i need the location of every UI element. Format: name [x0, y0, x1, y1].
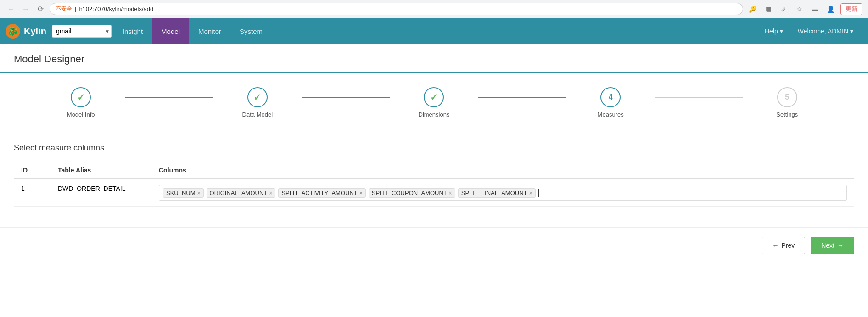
address-bar[interactable]: 不安全 | h102:7070/kylin/models/add — [50, 3, 743, 15]
column-tag-container[interactable]: SKU_NUM × ORIGINAL_AMOUNT × SPLIT_ACTIVI… — [159, 185, 847, 201]
step-2-circle: ✓ — [247, 87, 268, 107]
step-line-1-2 — [125, 97, 213, 98]
col-header-alias: Table Alias — [50, 162, 151, 179]
welcome-chevron: ▾ — [850, 28, 853, 35]
row-table-alias: DWD_ORDER_DETAIL — [50, 179, 151, 207]
update-button[interactable]: 更新 — [840, 3, 862, 15]
step-2-checkmark: ✓ — [253, 92, 261, 103]
tag-input-cursor — [538, 189, 539, 197]
table-header-row: ID Table Alias Columns — [14, 162, 854, 179]
tag-split-final-amount: SPLIT_FINAL_AMOUNT × — [458, 188, 536, 198]
table-header: ID Table Alias Columns — [14, 162, 854, 179]
page-title: Model Designer — [14, 53, 854, 65]
step-1-circle: ✓ — [71, 87, 91, 107]
tag-split-activity-amount-label: SPLIT_ACTIVITY_AMOUNT — [281, 189, 357, 196]
step-2-label: Data Model — [242, 111, 273, 118]
nav-right: Help ▾ Welcome, ADMIN ▾ — [757, 18, 868, 44]
step-line-2-3 — [302, 97, 390, 98]
tag-split-coupon-amount-remove[interactable]: × — [449, 190, 452, 196]
help-chevron: ▾ — [780, 28, 783, 35]
step-dimensions: ✓ Dimensions — [390, 87, 478, 118]
stepper: ✓ Model Info ✓ Data Model ✓ Dimensions 4… — [0, 73, 868, 132]
prev-label: Prev — [781, 242, 795, 249]
nav-links: Insight Model Monitor System — [113, 18, 272, 44]
step-4-label: Measures — [598, 111, 624, 118]
tag-sku-num-label: SKU_NUM — [166, 189, 196, 196]
step-line-3-4 — [478, 97, 566, 98]
step-1-checkmark: ✓ — [77, 92, 85, 103]
step-3-checkmark: ✓ — [430, 92, 438, 103]
tag-original-amount-label: ORIGINAL_AMOUNT — [210, 189, 268, 196]
step-line-4-5 — [655, 97, 743, 98]
step-5-number: 5 — [785, 93, 789, 101]
url-text: h102:7070/kylin/models/add — [79, 6, 153, 12]
step-3-label: Dimensions — [419, 111, 450, 118]
main-content: Model Designer ✓ Model Info ✓ Data Model… — [0, 44, 868, 317]
project-select-wrapper: gmail — [52, 25, 113, 38]
screenshot-icon[interactable]: ▦ — [762, 4, 773, 15]
profile-icon[interactable]: 👤 — [825, 4, 836, 15]
next-arrow: → — [837, 242, 844, 249]
tag-sku-num-remove[interactable]: × — [197, 190, 201, 196]
browser-actions: 🔑 ▦ ⇗ ☆ ▬ 👤 更新 — [747, 3, 862, 15]
footer-actions: ← Prev Next → — [0, 227, 868, 263]
col-header-id: ID — [14, 162, 50, 179]
extension-icon[interactable]: ▬ — [809, 4, 820, 15]
step-measures: 4 Measures — [566, 87, 655, 118]
tag-sku-num: SKU_NUM × — [163, 188, 204, 198]
star-icon[interactable]: ☆ — [794, 4, 805, 15]
prev-arrow: ← — [772, 242, 778, 249]
welcome-label: Welcome, ADMIN — [798, 28, 848, 35]
share-icon[interactable]: ⇗ — [778, 4, 789, 15]
back-button[interactable]: ← — [6, 4, 17, 15]
help-button[interactable]: Help ▾ — [757, 18, 790, 44]
row-columns: SKU_NUM × ORIGINAL_AMOUNT × SPLIT_ACTIVI… — [151, 179, 854, 207]
tag-split-activity-amount: SPLIT_ACTIVITY_AMOUNT × — [278, 188, 365, 198]
browser-chrome: ← → ⟳ 不安全 | h102:7070/kylin/models/add 🔑… — [0, 0, 868, 18]
tag-original-amount: ORIGINAL_AMOUNT × — [207, 188, 276, 198]
key-icon[interactable]: 🔑 — [747, 4, 758, 15]
step-3-circle: ✓ — [424, 87, 444, 107]
help-label: Help — [765, 28, 778, 35]
col-header-columns: Columns — [151, 162, 854, 179]
nav-model[interactable]: Model — [152, 18, 189, 44]
next-button[interactable]: Next → — [811, 237, 854, 254]
tag-split-coupon-amount-label: SPLIT_COUPON_AMOUNT — [372, 189, 447, 196]
brand-logo-link[interactable]: 🐉 Kylin — [6, 24, 46, 39]
brand-name: Kylin — [24, 26, 46, 37]
tag-split-activity-amount-remove[interactable]: × — [359, 190, 363, 196]
tag-original-amount-remove[interactable]: × — [269, 190, 272, 196]
nav-insight[interactable]: Insight — [113, 18, 152, 44]
kylin-logo: 🐉 — [6, 24, 20, 39]
step-5-circle: 5 — [777, 87, 797, 107]
forward-button[interactable]: → — [20, 4, 31, 15]
step-4-circle: 4 — [600, 87, 621, 107]
nav-system[interactable]: System — [230, 18, 272, 44]
step-1-label: Model Info — [67, 111, 95, 118]
next-label: Next — [821, 242, 834, 249]
nav-monitor[interactable]: Monitor — [189, 18, 230, 44]
row-id: 1 — [14, 179, 50, 207]
measure-table: ID Table Alias Columns 1 DWD_ORDER_DETAI… — [14, 162, 854, 207]
step-4-number: 4 — [609, 93, 613, 101]
tag-split-final-amount-remove[interactable]: × — [529, 190, 532, 196]
project-select[interactable]: gmail — [52, 25, 112, 38]
prev-button[interactable]: ← Prev — [762, 237, 805, 254]
table-body: 1 DWD_ORDER_DETAIL SKU_NUM × ORIGINAL_AM… — [14, 179, 854, 207]
step-settings: 5 Settings — [743, 87, 831, 118]
navbar: 🐉 Kylin gmail Insight Model Monitor Syst… — [0, 18, 868, 44]
refresh-button[interactable]: ⟳ — [35, 4, 46, 15]
section-title: Select measure columns — [14, 143, 854, 153]
step-model-info: ✓ Model Info — [37, 87, 125, 118]
page-header: Model Designer — [0, 44, 868, 73]
tag-split-final-amount-label: SPLIT_FINAL_AMOUNT — [461, 189, 527, 196]
step-5-label: Settings — [776, 111, 798, 118]
welcome-button[interactable]: Welcome, ADMIN ▾ — [790, 18, 861, 44]
security-warning: 不安全 — [56, 5, 72, 13]
address-separator: | — [75, 6, 76, 12]
table-row: 1 DWD_ORDER_DETAIL SKU_NUM × ORIGINAL_AM… — [14, 179, 854, 207]
step-data-model: ✓ Data Model — [213, 87, 302, 118]
tag-split-coupon-amount: SPLIT_COUPON_AMOUNT × — [369, 188, 455, 198]
content-area: Select measure columns ID Table Alias Co… — [0, 132, 868, 218]
